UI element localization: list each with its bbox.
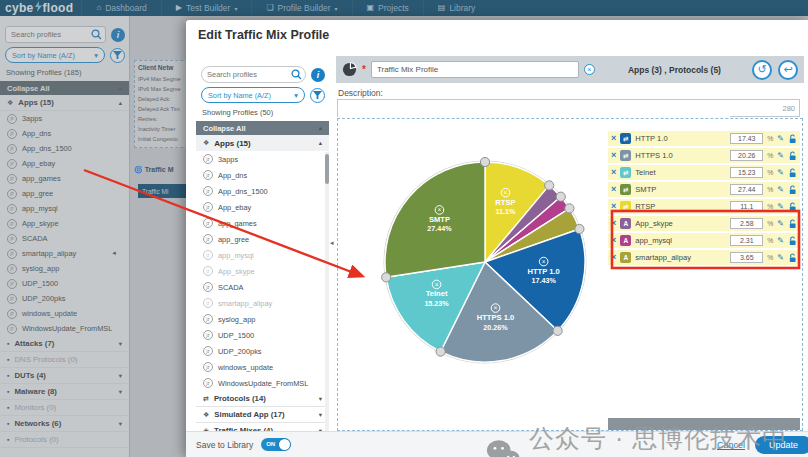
mix-value-input[interactable] <box>730 167 763 178</box>
edit-icon[interactable]: ✎ <box>777 237 784 245</box>
edit-icon[interactable]: ✎ <box>777 152 784 160</box>
slice-handle[interactable] <box>545 181 554 190</box>
traffic-mix-dropzone: ×RTSP11.1%×HTTP 1.017.43%×HTTPS 1.020.26… <box>337 118 803 431</box>
panel-section-protocols[interactable]: ⇄Protocols (14)▾ <box>196 391 329 407</box>
list-item[interactable]: jz3apps <box>196 151 329 167</box>
list-item[interactable]: jzsyslog_app <box>196 311 329 327</box>
edit-icon[interactable]: ✎ <box>777 203 784 211</box>
slice-handle[interactable] <box>382 273 391 282</box>
remove-row-icon[interactable]: × <box>611 202 616 211</box>
profile-name-input[interactable] <box>371 61 579 78</box>
cancel-button[interactable]: Cancel <box>717 440 745 450</box>
search-profiles-input[interactable] <box>207 67 289 82</box>
mix-row-name: app_mysql <box>635 236 726 245</box>
search-input-wrap <box>201 66 306 83</box>
mix-row-name: HTTP 1.0 <box>635 134 726 143</box>
unlock-icon[interactable] <box>788 181 797 199</box>
mix-value-input[interactable] <box>730 184 763 195</box>
remove-row-icon[interactable]: × <box>611 219 616 228</box>
list-item[interactable]: jzApp_dns <box>196 167 329 183</box>
description-field-wrap: 280 <box>337 99 800 117</box>
protocol-mix-icon: ⇄ <box>620 150 631 161</box>
list-item-label: App_dns <box>218 171 247 180</box>
list-item[interactable]: jzapp_gree <box>196 231 329 247</box>
list-item[interactable]: jzSCADA <box>196 279 329 295</box>
list-item-label: app_gree <box>218 235 249 244</box>
edit-icon[interactable]: ✎ <box>777 169 784 177</box>
edit-icon[interactable]: ✎ <box>777 220 784 228</box>
unlock-icon[interactable] <box>788 130 797 148</box>
list-item[interactable]: jzwindows_update <box>196 359 329 375</box>
list-item[interactable]: jzUDP_1500 <box>196 327 329 343</box>
percent-label: % <box>767 135 773 142</box>
list-item[interactable]: jzApp_ebay <box>196 199 329 215</box>
mix-value-input[interactable] <box>730 201 763 212</box>
slice-handle[interactable] <box>436 347 445 356</box>
profile-type-icon: jz <box>203 266 213 276</box>
unlock-icon[interactable] <box>788 147 797 165</box>
remove-row-icon[interactable]: × <box>611 185 616 194</box>
list-item[interactable]: jzApp_dns_1500 <box>196 183 329 199</box>
mix-value-input[interactable] <box>730 235 763 246</box>
traffic-mix-pie-chart[interactable]: ×RTSP11.1%×HTTP 1.017.43%×HTTPS 1.020.26… <box>338 119 606 430</box>
mix-value-input[interactable] <box>730 150 763 161</box>
unlock-icon[interactable] <box>788 215 797 233</box>
sort-dropdown[interactable]: Sort by Name (A/Z)▾ <box>201 87 305 103</box>
slice-handle[interactable] <box>565 204 574 213</box>
remove-row-icon[interactable]: × <box>611 253 616 262</box>
list-item[interactable]: jzWindowsUpdate_FromMSL <box>196 375 329 391</box>
list-item[interactable]: jzapp_games <box>196 215 329 231</box>
clear-name-icon[interactable]: × <box>584 64 595 75</box>
section-label: Simulated App (17) <box>214 410 284 419</box>
edit-icon[interactable]: ✎ <box>777 254 784 262</box>
slice-name: SMTP <box>429 215 450 224</box>
save-to-library-toggle[interactable]: ON <box>261 438 291 451</box>
unlock-icon[interactable] <box>788 249 797 267</box>
remove-slice-x[interactable]: × <box>435 281 439 288</box>
mix-value-input[interactable] <box>730 133 763 144</box>
scrollbar-track[interactable] <box>325 152 329 432</box>
list-item-label: app_mysql <box>218 251 254 260</box>
char-counter: 280 <box>782 104 795 113</box>
panel-collapse-icon[interactable]: ◂ <box>330 236 338 250</box>
remove-row-icon[interactable]: × <box>611 151 616 160</box>
profile-type-icon: jz <box>203 330 213 340</box>
list-item: jzApp_skype <box>196 263 329 279</box>
list-item-label: 3apps <box>218 155 238 164</box>
update-button[interactable]: Update <box>755 436 808 454</box>
remove-slice-x[interactable]: × <box>438 206 442 213</box>
edit-icon[interactable]: ✎ <box>777 135 784 143</box>
collapse-all-bar[interactable]: Collapse All▴ <box>196 121 329 135</box>
slice-handle[interactable] <box>553 326 562 335</box>
list-item-label: App_ebay <box>218 203 251 212</box>
slice-handle[interactable] <box>575 224 584 233</box>
remove-slice-x[interactable]: × <box>494 304 498 311</box>
profile-type-icon: jz <box>203 186 213 196</box>
unlock-icon[interactable] <box>788 198 797 216</box>
slice-handle[interactable] <box>480 157 489 166</box>
search-icon[interactable] <box>291 69 302 82</box>
undo-button[interactable]: ↩ <box>778 60 798 80</box>
remove-slice-x[interactable]: × <box>504 189 508 196</box>
remove-row-icon[interactable]: × <box>611 168 616 177</box>
info-icon[interactable]: i <box>311 68 325 82</box>
history-button[interactable]: ↺ <box>752 60 772 80</box>
mix-value-input[interactable] <box>730 218 763 229</box>
remove-row-icon[interactable]: × <box>611 134 616 143</box>
unlock-icon[interactable] <box>788 164 797 182</box>
panel-section-simulated[interactable]: ❖Simulated App (17)▾ <box>196 407 329 423</box>
list-item[interactable]: jzUDP_200pks <box>196 343 329 359</box>
filter-icon[interactable] <box>310 88 325 103</box>
profile-type-icon: jz <box>203 218 213 228</box>
mix-value-input[interactable] <box>730 252 763 263</box>
list-item-label: WindowsUpdate_FromMSL <box>218 379 308 388</box>
section-apps[interactable]: ❖Apps (15)▴ <box>196 135 329 151</box>
remove-row-icon[interactable]: × <box>611 236 616 245</box>
remove-slice-x[interactable]: × <box>542 258 546 265</box>
section-label: Protocols (14) <box>214 394 266 403</box>
mix-row-name: RTSP <box>635 202 726 211</box>
scrollbar-thumb[interactable] <box>325 154 329 184</box>
slice-handle[interactable] <box>556 192 565 201</box>
unlock-icon[interactable] <box>788 232 797 250</box>
edit-icon[interactable]: ✎ <box>777 186 784 194</box>
